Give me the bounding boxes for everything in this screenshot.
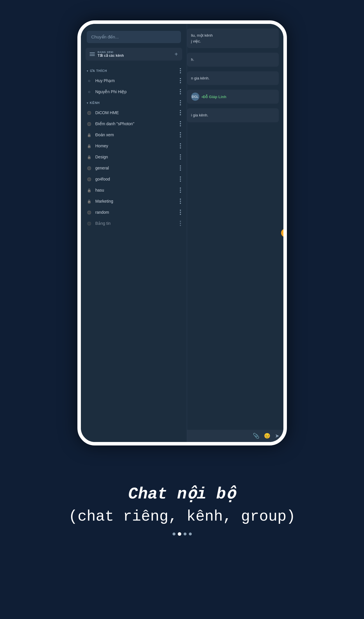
list-item[interactable]: Marketing bbox=[81, 196, 187, 207]
right-card-1-text: liu, một kênhj việc. bbox=[191, 33, 213, 43]
item-menu-icon[interactable] bbox=[180, 89, 181, 94]
channel-item-left: Design bbox=[87, 155, 108, 159]
globe-icon bbox=[87, 221, 92, 226]
channels-section-header-left: ▾ KÊNH bbox=[87, 101, 100, 105]
sidebar: Chuyển đến... ĐANG XEM: Tất cả các kênh bbox=[81, 24, 187, 442]
channels-chevron-icon[interactable]: ▾ bbox=[87, 101, 88, 105]
search-placeholder: Chuyển đến... bbox=[91, 34, 119, 40]
avatar-name: •Đỗ Giáp Linh bbox=[202, 95, 227, 99]
right-card-4-text: i gia kênh. bbox=[191, 113, 208, 117]
channel-item-name: general bbox=[95, 166, 109, 170]
favorites-chevron-icon[interactable]: ▾ bbox=[87, 69, 88, 72]
dot-3[interactable] bbox=[184, 533, 187, 535]
item-menu-icon[interactable] bbox=[180, 132, 181, 137]
add-channel-icon[interactable]: + bbox=[175, 51, 178, 58]
list-item[interactable]: Nguyễn Phi Hiệp bbox=[81, 86, 187, 97]
channel-item-left: go4food bbox=[87, 177, 110, 181]
favorites-section-header-left: ▾ ƯA THÍCH bbox=[87, 69, 107, 73]
item-menu-icon[interactable] bbox=[180, 176, 181, 182]
list-item[interactable]: DiCOM HME bbox=[81, 107, 187, 118]
channel-item-name: Homey bbox=[95, 144, 108, 148]
globe-icon bbox=[87, 121, 92, 126]
right-panel: liu, một kênhj việc. h. n gia kênh. ĐGL … bbox=[187, 24, 283, 442]
item-menu-icon[interactable] bbox=[180, 121, 181, 126]
channel-item-name: Bảng tin bbox=[95, 221, 111, 226]
pagination-dots bbox=[173, 532, 192, 536]
list-item[interactable]: Đoán xem bbox=[81, 129, 187, 140]
list-item[interactable]: Điểm danh "sPhoton" bbox=[81, 118, 187, 129]
item-menu-icon[interactable] bbox=[180, 221, 181, 226]
dot-4[interactable] bbox=[189, 533, 192, 535]
list-item[interactable]: general bbox=[81, 162, 187, 174]
current-view-bar[interactable]: ĐANG XEM: Tất cả các kênh + bbox=[86, 48, 182, 61]
globe-icon bbox=[87, 177, 92, 181]
list-item[interactable]: Design bbox=[81, 151, 187, 162]
channels-section-header: ▾ KÊNH bbox=[81, 97, 187, 107]
attachment-icon[interactable]: 📎 bbox=[253, 433, 259, 439]
item-menu-icon[interactable] bbox=[180, 210, 181, 215]
right-card-avatar: ĐGL •Đỗ Giáp Linh bbox=[187, 90, 279, 104]
send-icon[interactable]: ➤ bbox=[275, 433, 279, 439]
favorites-section-header: ▾ ƯA THÍCH bbox=[81, 65, 187, 75]
right-card-2: h. bbox=[187, 53, 279, 67]
notification-dot bbox=[281, 229, 283, 237]
channel-item-left: Đoán xem bbox=[87, 132, 114, 137]
current-view-bottom-label: Tất cả các kênh bbox=[98, 54, 124, 58]
item-menu-icon[interactable] bbox=[180, 165, 181, 171]
favorites-menu-icon[interactable] bbox=[180, 68, 181, 73]
item-menu-icon[interactable] bbox=[180, 110, 181, 115]
main-title: Chat nội bộ bbox=[128, 483, 236, 503]
right-card-1: liu, một kênhj việc. bbox=[187, 29, 279, 48]
item-menu-icon[interactable] bbox=[180, 188, 181, 193]
list-item[interactable]: Huy Phạm bbox=[81, 75, 187, 86]
channel-item-name: DiCOM HME bbox=[95, 110, 119, 115]
item-menu-icon[interactable] bbox=[180, 154, 181, 160]
favorites-section-title: ƯA THÍCH bbox=[90, 69, 107, 73]
channel-item-left: Homey bbox=[87, 144, 108, 148]
bottom-text-section: Chat nội bộ (chat riêng, kênh, group) bbox=[0, 466, 364, 547]
channels-menu-icon[interactable] bbox=[180, 100, 181, 105]
list-item[interactable]: Bảng tin bbox=[81, 218, 187, 229]
channel-item-left: random bbox=[87, 210, 109, 215]
current-view-left: ĐANG XEM: Tất cả các kênh bbox=[90, 51, 124, 58]
search-bar[interactable]: Chuyển đến... bbox=[87, 31, 181, 43]
current-view-label: ĐANG XEM: Tất cả các kênh bbox=[98, 51, 124, 58]
channel-item-left: Huy Phạm bbox=[87, 78, 115, 83]
channel-item-left: general bbox=[87, 166, 109, 170]
channel-item-name: go4food bbox=[95, 177, 110, 181]
channel-item-left: Điểm danh "sPhoton" bbox=[87, 121, 134, 126]
list-item[interactable]: Homey bbox=[81, 140, 187, 151]
channel-item-name: Design bbox=[95, 155, 108, 159]
avatar: ĐGL bbox=[191, 93, 199, 101]
dot-2-active[interactable] bbox=[178, 532, 181, 536]
right-card-4: i gia kênh. bbox=[187, 108, 279, 122]
channel-item-left: Marketing bbox=[87, 199, 113, 204]
message-input-area[interactable]: 📎 😊 ➤ bbox=[187, 430, 283, 442]
globe-icon bbox=[87, 166, 92, 170]
channel-item-name: Marketing bbox=[95, 199, 113, 204]
emoji-icon[interactable]: 😊 bbox=[264, 433, 270, 439]
channel-item-name: hasu bbox=[95, 188, 104, 192]
channel-item-name: Điểm danh "sPhoton" bbox=[95, 121, 134, 126]
globe-icon bbox=[87, 210, 92, 215]
dot-1[interactable] bbox=[173, 533, 175, 535]
list-item[interactable]: go4food bbox=[81, 174, 187, 185]
channel-item-left: Nguyễn Phi Hiệp bbox=[87, 89, 127, 94]
current-view-top-label: ĐANG XEM: bbox=[98, 51, 124, 54]
phone-frame: Chuyển đến... ĐANG XEM: Tất cả các kênh bbox=[77, 20, 287, 445]
item-menu-icon[interactable] bbox=[180, 78, 181, 83]
avatar-row: ĐGL •Đỗ Giáp Linh bbox=[191, 93, 275, 101]
right-card-2-text: h. bbox=[191, 57, 194, 62]
list-item[interactable]: random bbox=[81, 207, 187, 218]
channel-item-name: Nguyễn Phi Hiệp bbox=[95, 89, 127, 94]
globe-icon bbox=[87, 110, 92, 115]
item-menu-icon[interactable] bbox=[180, 143, 181, 148]
lock-icon bbox=[87, 199, 92, 204]
sub-title: (chat riêng, kênh, group) bbox=[68, 508, 295, 525]
person-icon bbox=[87, 78, 92, 83]
lock-icon bbox=[87, 188, 92, 192]
person-icon bbox=[87, 89, 92, 94]
list-item[interactable]: hasu bbox=[81, 185, 187, 196]
item-menu-icon[interactable] bbox=[180, 199, 181, 204]
right-card-3: n gia kênh. bbox=[187, 71, 279, 85]
